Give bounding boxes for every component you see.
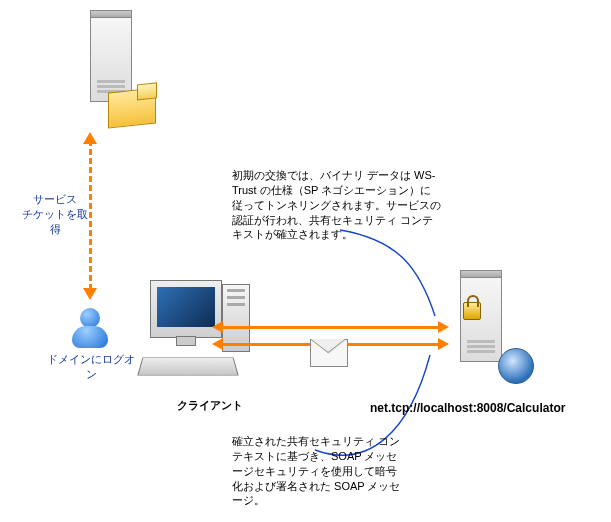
lock-icon <box>463 302 481 320</box>
client-computer-icon <box>140 280 260 390</box>
soap-message-description: 確立された共有セキュリティ コンテキストに基づき、SOAP メッセージセキュリテ… <box>232 434 402 508</box>
ticket-icon <box>108 87 156 128</box>
token-icon <box>498 348 534 384</box>
arrow-right-icon <box>438 338 449 350</box>
kdc-server-icon <box>70 10 160 140</box>
client-server-link-1 <box>222 326 440 329</box>
arrow-down-icon <box>83 288 97 300</box>
arrow-right-icon <box>438 321 449 333</box>
service-server-icon <box>440 270 530 400</box>
domain-logon-label: ドメインにログオン <box>44 352 138 382</box>
kdc-user-link <box>89 140 92 290</box>
service-url-label: net.tcp://localhost:8008/Calculator <box>370 400 610 416</box>
get-service-ticket-label: サービスチケットを取得 <box>22 192 88 237</box>
user-icon <box>68 306 112 350</box>
initial-exchange-description: 初期の交換では、バイナリ データは WS-Trust の仕様（SP ネゴシエーシ… <box>232 168 442 242</box>
envelope-icon <box>310 339 348 367</box>
client-label: クライアント <box>170 398 250 413</box>
